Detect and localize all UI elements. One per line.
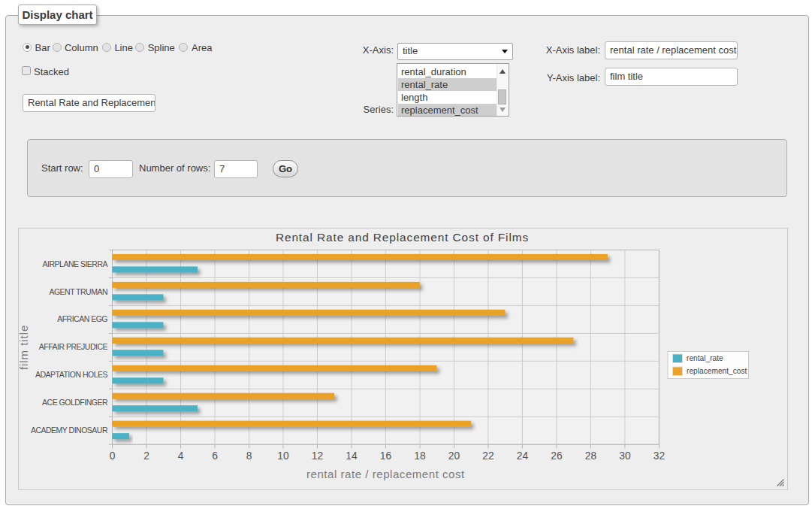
svg-text:28: 28 bbox=[585, 450, 597, 462]
svg-text:AIRPLANE SIERRA: AIRPLANE SIERRA bbox=[43, 259, 108, 268]
svg-text:10: 10 bbox=[277, 450, 289, 462]
svg-text:AFRICAN EGG: AFRICAN EGG bbox=[57, 314, 107, 323]
svg-text:AGENT TRUMAN: AGENT TRUMAN bbox=[49, 287, 107, 296]
svg-text:16: 16 bbox=[380, 450, 392, 462]
svg-text:film title: film title bbox=[19, 325, 30, 370]
svg-text:4: 4 bbox=[178, 450, 184, 462]
svg-text:14: 14 bbox=[346, 450, 358, 462]
svg-text:18: 18 bbox=[414, 450, 426, 462]
svg-text:2: 2 bbox=[143, 450, 149, 462]
svg-text:ACE GOLDFINGER: ACE GOLDFINGER bbox=[42, 398, 108, 407]
svg-text:6: 6 bbox=[212, 450, 218, 462]
svg-text:ACADEMY DINOSAUR: ACADEMY DINOSAUR bbox=[31, 426, 108, 435]
svg-text:Rental Rate and Replacement Co: Rental Rate and Replacement Cost of Film… bbox=[276, 231, 529, 244]
svg-text:30: 30 bbox=[619, 450, 631, 462]
svg-text:rental_rate: rental_rate bbox=[687, 354, 723, 362]
svg-text:32: 32 bbox=[654, 450, 665, 462]
svg-text:24: 24 bbox=[517, 450, 529, 462]
svg-text:ADAPTATION HOLES: ADAPTATION HOLES bbox=[35, 370, 108, 379]
svg-text:AFFAIR PREJUDICE: AFFAIR PREJUDICE bbox=[39, 342, 108, 351]
svg-text:12: 12 bbox=[312, 450, 323, 462]
svg-text:22: 22 bbox=[482, 450, 494, 462]
svg-text:replacement_cost: replacement_cost bbox=[687, 367, 747, 375]
svg-text:0: 0 bbox=[110, 450, 116, 462]
svg-text:rental rate / replacement cost: rental rate / replacement cost bbox=[306, 468, 465, 480]
svg-text:20: 20 bbox=[448, 450, 460, 462]
svg-text:8: 8 bbox=[246, 450, 252, 462]
svg-text:26: 26 bbox=[551, 450, 563, 462]
